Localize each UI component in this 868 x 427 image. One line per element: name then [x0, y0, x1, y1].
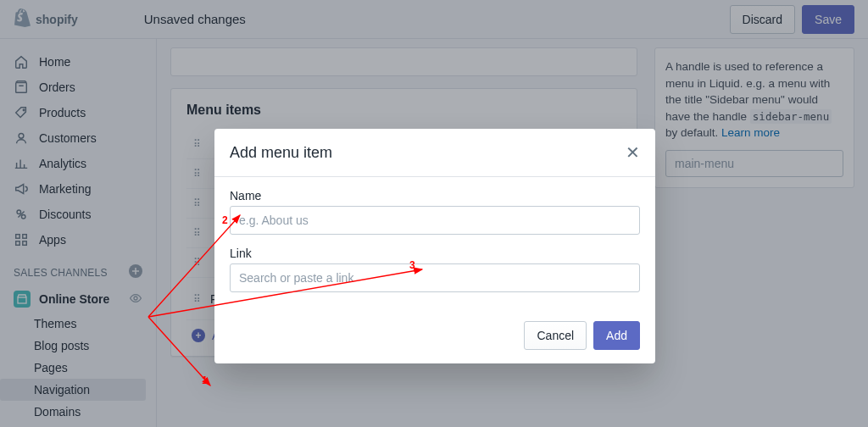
- close-button[interactable]: ✕: [626, 142, 640, 163]
- link-input[interactable]: [230, 263, 640, 292]
- cancel-button[interactable]: Cancel: [524, 321, 587, 350]
- name-input[interactable]: [230, 206, 640, 235]
- close-icon: ✕: [626, 143, 640, 162]
- add-menu-item-modal: Add menu item ✕ Name Link Cancel Add: [214, 129, 655, 363]
- name-label: Name: [230, 189, 640, 202]
- modal-title: Add menu item: [230, 144, 332, 162]
- add-button[interactable]: Add: [593, 321, 640, 350]
- link-label: Link: [230, 247, 640, 260]
